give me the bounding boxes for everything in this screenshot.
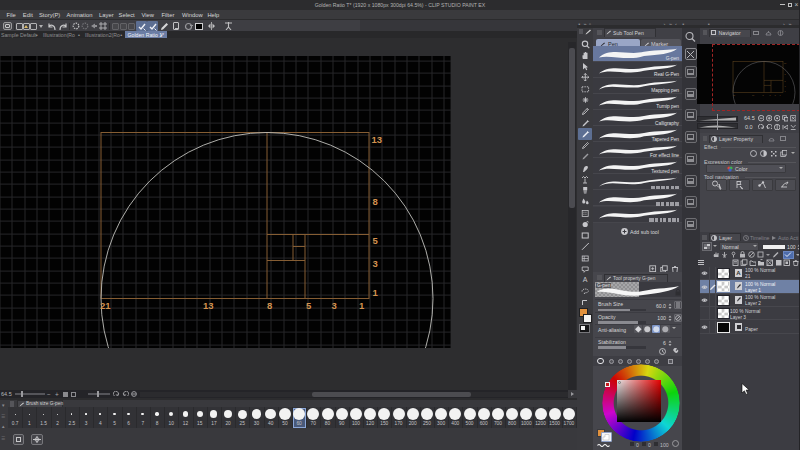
svg-text:13: 13 bbox=[372, 134, 383, 145]
svg-text:13: 13 bbox=[203, 300, 214, 311]
svg-text:8: 8 bbox=[267, 300, 272, 311]
svg-text:3: 3 bbox=[373, 258, 378, 269]
svg-text:5: 5 bbox=[373, 235, 379, 246]
svg-text:1: 1 bbox=[373, 287, 379, 298]
svg-text:1: 1 bbox=[359, 300, 365, 311]
svg-text:8: 8 bbox=[373, 196, 378, 207]
svg-text:21: 21 bbox=[100, 300, 111, 311]
svg-text:5: 5 bbox=[306, 300, 312, 311]
svg-text:3: 3 bbox=[332, 300, 337, 311]
